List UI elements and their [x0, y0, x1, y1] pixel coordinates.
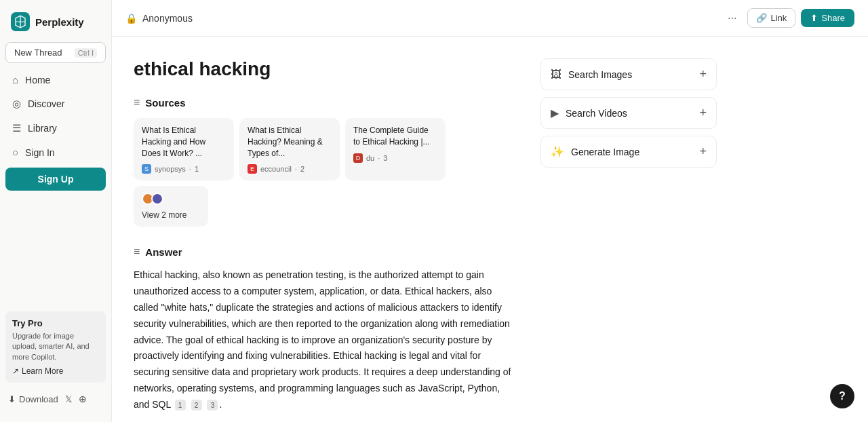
search-videos-card[interactable]: ▶ Search Videos +	[540, 97, 717, 129]
source-site: eccouncil	[260, 165, 292, 173]
new-thread-shortcut: Ctrl I	[75, 48, 97, 58]
source-site: synopsys	[155, 165, 186, 173]
ref-2[interactable]: 2	[191, 400, 202, 410]
search-videos-label: Search Videos	[566, 108, 627, 119]
header-actions: ··· 🔗 Link ⬆ Share	[722, 8, 854, 28]
app-name: Perplexity	[35, 16, 84, 28]
sidebar-item-label: Library	[28, 123, 57, 134]
share-icon: ⬆	[810, 13, 818, 23]
main-content: 🔒 Anonymous ··· 🔗 Link ⬆ Share ethical h…	[112, 0, 868, 422]
share-button[interactable]: ⬆ Share	[801, 9, 854, 27]
header: 🔒 Anonymous ··· 🔗 Link ⬆ Share	[112, 0, 868, 37]
source-meta: D du · 3	[353, 153, 437, 163]
expand-icon: +	[699, 106, 707, 120]
sidebar-item-signin[interactable]: ○ Sign In	[5, 141, 106, 164]
source-favicon: D	[353, 153, 363, 163]
sources-list-icon: ≡	[134, 96, 140, 109]
download-button[interactable]: ⬇ Download	[8, 394, 58, 404]
generate-image-icon: ✨	[551, 145, 564, 158]
page-title: ethical hacking	[134, 58, 513, 80]
source-card-2[interactable]: What is Ethical Hacking? Meaning & Types…	[239, 118, 340, 180]
header-left: 🔒 Anonymous	[125, 13, 715, 24]
source-card-3[interactable]: The Complete Guide to Ethical Hacking |.…	[345, 118, 446, 180]
sidebar-item-label: Home	[25, 75, 50, 85]
sidebar-item-label: Discover	[28, 98, 64, 109]
answer-section-header: ≡ Answer	[134, 246, 513, 258]
user-label: Anonymous	[142, 13, 193, 24]
source-count: 1	[195, 165, 199, 173]
try-pro-title: Try Pro	[12, 318, 99, 328]
source-site: du	[366, 154, 374, 162]
left-column: ethical hacking ≡ Sources What Is Ethica…	[134, 58, 513, 422]
sidebar-item-discover[interactable]: ◎ Discover	[5, 92, 106, 115]
ref-3[interactable]: 3	[207, 400, 218, 410]
action-card-left: ✨ Generate Image	[551, 145, 639, 158]
ref-1[interactable]: 1	[175, 400, 186, 410]
try-pro-section: Try Pro Upgrade for image upload, smarte…	[5, 311, 106, 383]
source-favicon: S	[142, 164, 151, 174]
source-count: 2	[300, 165, 304, 173]
link-icon: 🔗	[756, 13, 767, 23]
sidebar-item-label: Sign In	[25, 147, 55, 158]
twitter-icon: 𝕏	[65, 394, 72, 404]
source-favicon: E	[248, 164, 257, 174]
home-icon: ⌂	[12, 74, 18, 85]
source-meta: E eccouncil · 2	[248, 164, 332, 174]
search-images-icon: 🖼	[551, 69, 561, 81]
new-thread-label: New Thread	[14, 47, 62, 58]
answer-body: Ethical hacking, also known as penetrati…	[134, 267, 513, 422]
signin-icon: ○	[12, 147, 18, 158]
sidebar-item-library[interactable]: ☰ Library	[5, 117, 106, 140]
discover-icon: ◎	[12, 98, 21, 110]
source-title: The Complete Guide to Ethical Hacking |.…	[353, 125, 437, 148]
answer-text-1: Ethical hacking, also known as penetrati…	[134, 269, 511, 409]
source-meta: S synopsys · 1	[142, 164, 226, 174]
sidebar-icons-row: ⬇ Download 𝕏 ⊕	[5, 389, 106, 408]
generate-image-label: Generate Image	[571, 147, 639, 157]
help-button[interactable]: ?	[830, 384, 854, 408]
discord-icon: ⊕	[79, 394, 87, 404]
source-card-1[interactable]: What Is Ethical Hacking and How Does It …	[134, 118, 234, 180]
sidebar-item-home[interactable]: ⌂ Home	[5, 69, 106, 91]
expand-icon: +	[699, 67, 707, 81]
try-pro-description: Upgrade for image upload, smarter AI, an…	[12, 331, 99, 362]
action-card-left: 🖼 Search Images	[551, 69, 632, 81]
sources-section-header: ≡ Sources	[134, 96, 513, 109]
learn-more-button[interactable]: ↗ Learn More	[12, 366, 63, 376]
sidebar-bottom: Try Pro Upgrade for image upload, smarte…	[5, 306, 106, 414]
sidebar: Perplexity New Thread Ctrl I ⌂ Home ◎ Di…	[0, 0, 112, 422]
answer-label: Answer	[145, 246, 182, 258]
share-label: Share	[821, 13, 845, 23]
learn-more-label: Learn More	[22, 366, 63, 376]
view-more-label: View 2 more	[142, 210, 200, 220]
search-images-label: Search Images	[568, 69, 632, 80]
content-area: ethical hacking ≡ Sources What Is Ethica…	[112, 37, 868, 422]
view-more-card[interactable]: View 2 more	[134, 186, 208, 227]
source-title: What is Ethical Hacking? Meaning & Types…	[248, 125, 332, 159]
answer-paragraph-1: Ethical hacking, also known as penetrati…	[134, 267, 513, 413]
lock-icon: 🔒	[125, 13, 137, 24]
generate-image-card[interactable]: ✨ Generate Image +	[540, 136, 717, 168]
answer-list-icon: ≡	[134, 246, 140, 258]
sources-grid: What Is Ethical Hacking and How Does It …	[134, 118, 513, 227]
download-label: Download	[19, 394, 58, 404]
right-column: 🖼 Search Images + ▶ Search Videos + ✨ Ge…	[540, 58, 717, 422]
search-images-card[interactable]: 🖼 Search Images +	[540, 58, 717, 90]
new-thread-button[interactable]: New Thread Ctrl I	[5, 42, 106, 63]
perplexity-logo	[11, 12, 30, 31]
learn-more-arrow-icon: ↗	[12, 366, 19, 376]
view-more-avatars	[142, 193, 200, 205]
signup-button[interactable]: Sign Up	[5, 168, 106, 191]
twitter-button[interactable]: 𝕏	[65, 394, 72, 404]
link-button[interactable]: 🔗 Link	[747, 8, 795, 28]
link-label: Link	[770, 13, 787, 23]
library-icon: ☰	[12, 122, 21, 134]
source-title: What Is Ethical Hacking and How Does It …	[142, 125, 226, 159]
more-options-button[interactable]: ···	[722, 9, 742, 27]
expand-icon: +	[699, 145, 707, 159]
discord-button[interactable]: ⊕	[79, 394, 87, 404]
search-videos-icon: ▶	[551, 107, 559, 119]
source-count: 3	[383, 154, 387, 162]
download-icon: ⬇	[8, 394, 16, 404]
action-card-left: ▶ Search Videos	[551, 107, 627, 119]
